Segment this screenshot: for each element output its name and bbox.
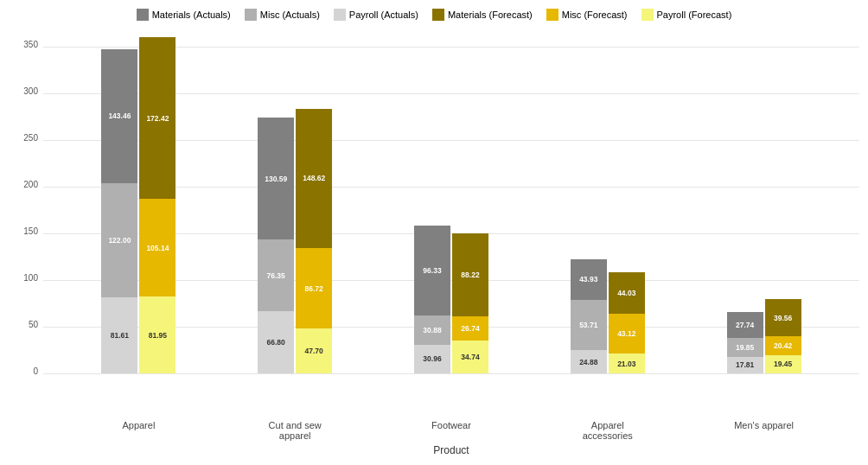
bar-value-label: 44.03 [617,289,635,297]
y-tick: 100 [23,274,38,283]
bar-segment: 26.74 [452,316,488,341]
bar-group: 17.8119.8527.7419.4520.4239.56 [727,299,801,373]
bar-value-label: 26.74 [461,324,479,333]
bar-segment: 19.85 [727,338,763,356]
legend-item: Materials (Forecast) [432,9,533,21]
bar-segment: 30.96 [414,345,450,373]
bar-value-label: 34.74 [461,353,479,361]
bar-value-label: 122.00 [108,236,131,245]
y-tick: 250 [23,134,38,143]
bar-value-label: 105.14 [146,244,169,252]
legend-label: Payroll (Forecast) [657,10,732,20]
actuals-stack: 66.8076.35130.59 [258,118,294,373]
forecast-stack: 21.0343.1244.03 [609,272,645,373]
legend-item: Payroll (Actuals) [334,9,418,21]
chart-inner: 81.61122.00143.4681.95105.14172.4266.807… [43,28,859,373]
chart-area: 350300250200150100500 81.61122.00143.468… [9,28,859,417]
bar-segment: 88.22 [452,233,488,315]
legend-label: Payroll (Actuals) [349,10,418,20]
bar-segment: 43.93 [571,259,607,300]
legend-swatch [432,9,444,21]
y-tick: 0 [33,367,38,376]
actuals-stack: 81.61122.00143.46 [101,49,137,373]
legend-label: Materials (Forecast) [448,10,533,20]
actuals-stack: 24.8853.7143.93 [571,259,607,373]
forecast-stack: 81.95105.14172.42 [139,37,176,373]
bar-group: 30.9630.8896.3334.7426.7488.22 [414,226,488,373]
x-tick-label: Cut and sew apparel [258,420,332,441]
x-tick-label: Apparel accessories [571,420,644,441]
bar-segment: 44.03 [609,272,645,314]
bar-value-label: 148.62 [303,174,325,182]
bars-area: 81.61122.00143.4681.95105.14172.4266.807… [43,28,859,373]
bar-value-label: 81.61 [111,331,129,340]
legend-label: Misc (Forecast) [562,10,628,20]
legend-swatch [245,9,257,21]
bar-segment: 21.03 [609,354,645,373]
bar-segment: 172.42 [139,37,176,198]
x-tick-label: Men's apparel [727,420,801,441]
bar-segment: 19.45 [765,355,801,373]
bar-value-label: 81.95 [149,331,167,340]
legend-label: Materials (Actuals) [152,10,231,20]
bar-value-label: 24.88 [579,358,597,366]
bar-segment: 105.14 [139,199,176,297]
bar-value-label: 17.81 [736,360,754,369]
x-tick-label: Apparel [102,420,176,441]
legend-item: Payroll (Forecast) [641,9,732,21]
legend-item: Misc (Forecast) [546,9,628,21]
y-tick: 150 [23,227,38,236]
legend-swatch [334,9,346,21]
bar-segment: 81.61 [101,297,137,373]
bar-segment: 20.42 [765,336,801,355]
bar-segment: 17.81 [727,357,763,373]
bar-segment: 86.72 [296,248,332,329]
y-axis: 350300250200150100500 [9,28,43,373]
legend-label: Misc (Actuals) [260,10,320,20]
bar-segment: 30.88 [414,315,450,344]
bar-value-label: 66.80 [267,338,285,347]
x-axis-title: Product [43,444,859,456]
bar-segment: 148.62 [296,109,332,248]
bar-segment: 122.00 [101,183,137,297]
bar-segment: 81.95 [139,296,176,373]
bar-value-label: 43.93 [579,275,597,283]
legend-swatch [137,9,149,21]
bar-segment: 47.70 [296,328,332,373]
bar-value-label: 19.85 [736,343,754,352]
bar-value-label: 27.74 [736,321,754,329]
bar-value-label: 86.72 [305,284,323,293]
y-tick: 200 [23,181,38,189]
legend-item: Materials (Actuals) [137,9,231,21]
bar-value-label: 172.42 [146,114,169,123]
bar-value-label: 130.59 [265,175,287,183]
bar-value-label: 19.45 [774,360,792,368]
actuals-stack: 30.9630.8896.33 [414,226,450,373]
bar-group: 81.61122.00143.4681.95105.14172.42 [101,37,176,373]
bar-value-label: 30.88 [423,326,441,334]
x-tick-label: Footwear [414,420,488,441]
bar-value-label: 39.56 [774,314,792,322]
bar-group: 24.8853.7143.9321.0343.1244.03 [571,259,645,373]
bar-segment: 130.59 [258,118,294,239]
bar-segment: 34.74 [452,341,488,373]
bar-segment: 53.71 [571,300,607,350]
bar-value-label: 30.96 [423,354,441,363]
bar-value-label: 96.33 [423,266,441,275]
bar-segment: 24.88 [571,350,607,373]
bar-value-label: 53.71 [579,321,597,329]
forecast-stack: 19.4520.4239.56 [765,299,801,373]
bar-value-label: 20.42 [774,341,792,350]
y-tick: 300 [23,87,38,96]
y-tick: 350 [23,41,38,49]
legend-swatch [546,9,558,21]
bar-value-label: 143.46 [108,111,131,120]
forecast-stack: 47.7086.72148.62 [296,109,332,373]
bar-segment: 66.80 [258,311,294,373]
chart-container: Materials (Actuals)Misc (Actuals)Payroll… [0,0,868,465]
chart-legend: Materials (Actuals)Misc (Actuals)Payroll… [9,9,859,21]
legend-swatch [641,9,654,21]
actuals-stack: 17.8119.8527.74 [727,312,763,373]
bar-group: 66.8076.35130.5947.7086.72148.62 [258,109,332,373]
bar-segment: 96.33 [414,226,450,315]
